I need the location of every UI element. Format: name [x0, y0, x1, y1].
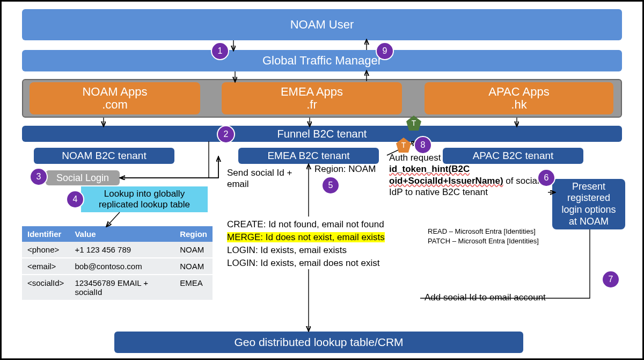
add-social-label: Add social Id to email account [425, 292, 575, 303]
table-row: <email> bob@contoso.com NOAM [22, 258, 213, 275]
noam-apps-l2: .com [102, 98, 128, 111]
table-row: <phone> +1 123 456 789 NOAM [22, 242, 213, 258]
step-4: 4 [66, 190, 84, 208]
noam-apps-l1: NOAM Apps [82, 85, 147, 98]
table-row: <socialId> 123456789 EMAIL + socialId EM… [22, 275, 213, 300]
read-label: READ – Microsoft Entra [Identities] [428, 227, 551, 236]
logic-login2: LOGIN: Id exists, email does not exist [227, 257, 379, 269]
step-7: 7 [602, 270, 620, 289]
funnel-tenant-bar: Funnel B2C tenant [22, 126, 622, 142]
step-1: 1 [211, 42, 229, 60]
emea-apps-l2: .fr [306, 98, 317, 111]
send-social-label: Send social Id + email [227, 167, 313, 190]
lookup-table: Identifier Value Region <phone> +1 123 4… [22, 226, 213, 301]
th-identifier: Identifier [22, 226, 69, 242]
svg-line-9 [107, 212, 120, 226]
emea-apps-l1: EMEA Apps [281, 85, 343, 98]
diagram-canvas: NOAM User Global Traffic Manager NOAM Ap… [0, 0, 644, 360]
patch-label: PATCH – Microsoft Entra [Identities] [428, 237, 551, 246]
global-traffic-manager-bar: Global Traffic Manager [22, 50, 622, 71]
step-3: 3 [30, 168, 48, 186]
emea-tenant: EMEA B2C tenant [238, 148, 379, 164]
apac-apps: APAC Apps .hk [425, 82, 613, 114]
emea-apps: EMEA Apps .fr [222, 82, 402, 114]
logic-create: CREATE: Id not found, email not found [227, 219, 384, 230]
logic-login1: LOGIN: Id exists, email exists [227, 244, 347, 256]
step-2: 2 [217, 125, 235, 143]
auth-request-label: Auth request id_token_hint(B2C oid+Socia… [389, 152, 550, 198]
lookup-note: Lookup into globally replicated lookup t… [81, 186, 208, 212]
region-noam-label: Region: NOAM [314, 163, 390, 175]
apac-apps-l1: APAC Apps [488, 85, 549, 98]
noam-apps: NOAM Apps .com [30, 82, 200, 114]
th-region: Region [174, 226, 213, 242]
step-8: 8 [414, 136, 432, 154]
noam-user-bar: NOAM User [22, 9, 622, 40]
step-6: 6 [537, 169, 555, 187]
present-options-box: Present registered login options at NOAM [552, 179, 625, 229]
step-5: 5 [321, 176, 340, 195]
logic-merge: MERGE: Id does not exist, email exists [227, 232, 385, 243]
social-login: Social Login [46, 170, 120, 185]
noam-tenant: NOAM B2C tenant [34, 148, 174, 164]
token-pentagon-green: T [406, 116, 421, 131]
th-value: Value [69, 226, 174, 242]
apac-apps-l2: .hk [511, 98, 526, 111]
geo-lookup-bar: Geo distributed lookup table/CRM [114, 332, 523, 353]
step-9: 9 [376, 42, 394, 60]
